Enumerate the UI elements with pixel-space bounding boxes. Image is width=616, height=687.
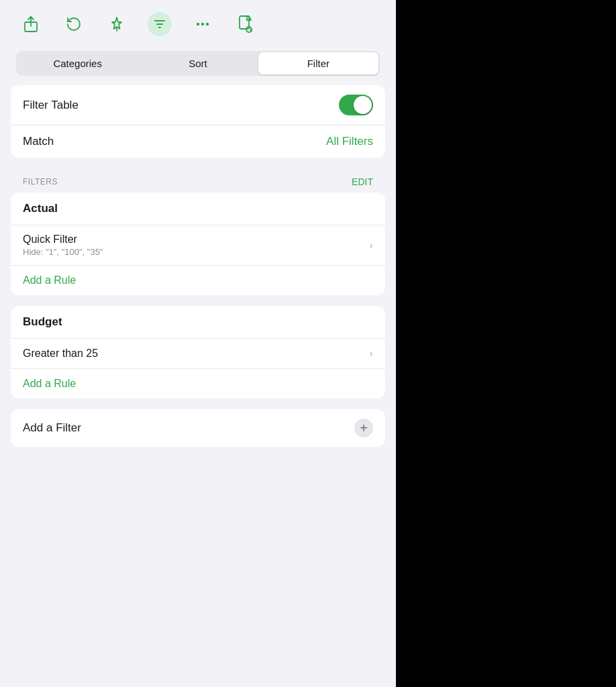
tab-sort[interactable]: Sort <box>138 52 258 74</box>
budget-filter-header: Budget <box>11 306 385 339</box>
add-filter-plus-icon: + <box>354 419 373 437</box>
greater-than-row[interactable]: Greater than 25 › <box>11 339 385 369</box>
quick-filter-subtitle: Hide: "1", "100", "35" <box>23 247 103 257</box>
quick-filter-chevron: › <box>369 239 373 252</box>
add-filter-row[interactable]: Add a Filter + <box>11 409 385 447</box>
match-value: All Filters <box>326 135 373 148</box>
filter-table-label: Filter Table <box>23 99 79 112</box>
quick-filter-name: Quick Filter <box>23 233 103 246</box>
match-label: Match <box>23 135 54 148</box>
document-icon[interactable] <box>234 12 258 36</box>
greater-than-info: Greater than 25 <box>23 348 98 360</box>
budget-filter-card: Budget Greater than 25 › Add a Rule <box>11 306 385 399</box>
filters-section-title: FILTERS <box>23 177 58 187</box>
undo-icon[interactable] <box>62 12 86 36</box>
quick-filter-info: Quick Filter Hide: "1", "100", "35" <box>23 233 103 257</box>
match-row[interactable]: Match All Filters <box>11 125 385 158</box>
actual-add-rule-button[interactable]: Add a Rule <box>11 266 385 295</box>
actual-filter-title: Actual <box>23 202 58 215</box>
filter-content: Filter Table Match All Filters FILTERS E… <box>0 85 396 687</box>
budget-filter-title: Budget <box>23 315 62 328</box>
filter-table-row: Filter Table <box>11 85 385 125</box>
greater-than-chevron: › <box>369 347 373 360</box>
quick-filter-row[interactable]: Quick Filter Hide: "1", "100", "35" › <box>11 225 385 266</box>
black-background <box>396 0 616 687</box>
pin-icon[interactable] <box>105 12 129 36</box>
filter-table-toggle[interactable] <box>339 95 373 115</box>
budget-add-rule-button[interactable]: Add a Rule <box>11 369 385 399</box>
filter-settings-card: Filter Table Match All Filters <box>11 85 385 158</box>
greater-than-name: Greater than 25 <box>23 348 98 360</box>
share-icon[interactable] <box>19 12 43 36</box>
toolbar <box>0 0 396 46</box>
tab-filter[interactable]: Filter <box>258 52 378 74</box>
add-filter-label: Add a Filter <box>23 421 81 435</box>
filters-edit-button[interactable]: EDIT <box>352 176 373 187</box>
tab-categories[interactable]: Categories <box>17 52 138 74</box>
actual-filter-header: Actual <box>11 193 385 225</box>
actual-filter-card: Actual Quick Filter Hide: "1", "100", "3… <box>11 193 385 295</box>
segment-control: Categories Sort Filter <box>16 51 380 76</box>
toggle-knob <box>354 96 372 114</box>
more-icon[interactable] <box>191 12 215 36</box>
filter-active-icon[interactable] <box>148 12 172 36</box>
filters-section-header: FILTERS EDIT <box>11 168 385 193</box>
